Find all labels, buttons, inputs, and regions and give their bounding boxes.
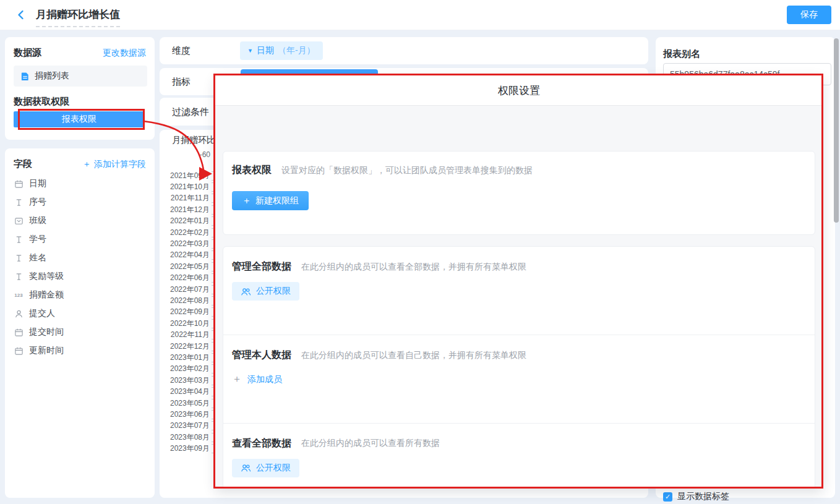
dimension-tag[interactable]: ▼ 日期 （年-月） xyxy=(240,41,323,60)
datasource-title: 数据源 xyxy=(14,47,41,59)
people-icon xyxy=(241,463,251,472)
permission-group-section-1: 管理全部数据在此分组内的成员可以查看全部数据，并拥有所有菜单权限公开权限 xyxy=(223,247,815,335)
field-item-8[interactable]: 提交人 xyxy=(14,304,150,323)
add-calc-field-link[interactable]: ＋ 添加计算字段 xyxy=(82,159,146,170)
back-icon[interactable] xyxy=(15,9,27,21)
field-item-5[interactable]: 姓名 xyxy=(14,249,150,267)
dimension-field: 日期 xyxy=(257,45,274,56)
public-permission-label: 公开权限 xyxy=(256,286,291,297)
group-title: 管理全部数据 xyxy=(232,260,291,273)
field-item-1[interactable]: 日期 xyxy=(14,174,150,193)
text-icon xyxy=(14,197,24,207)
calendar-icon xyxy=(14,179,24,189)
show-data-label-row: ✓ 显示数据标签 xyxy=(663,491,729,502)
datasource-item[interactable]: 捐赠列表 xyxy=(14,66,147,87)
group-desc: 在此分组内的成员可以查看所有数据 xyxy=(301,438,440,449)
axis-date-label: 2023年09月 xyxy=(161,443,215,454)
checkbox-checked-icon[interactable]: ✓ xyxy=(663,492,672,502)
field-item-2[interactable]: 序号 xyxy=(14,193,150,211)
axis-date-label: 2023年04月 xyxy=(161,386,215,397)
plus-icon: ＋ xyxy=(82,159,91,170)
text-icon xyxy=(14,253,24,263)
field-list: 日期序号班级学号姓名奖励等级123捐赠金额提交人提交时间更新时间 xyxy=(14,174,150,360)
public-permission-pill[interactable]: 公开权限 xyxy=(232,459,299,477)
dimension-row: 维度 ▼ 日期 （年-月） xyxy=(160,37,648,64)
axis-date-label: 2023年06月 xyxy=(161,409,215,420)
axis-tick-label: -60 xyxy=(193,150,210,159)
field-item-4[interactable]: 学号 xyxy=(14,230,150,249)
filter-label: 过滤条件 xyxy=(172,106,209,117)
report-permission-card: 报表权限 设置对应的「数据权限」，可以让团队成员管理表单搜集到的数据 ＋ 新建权… xyxy=(223,151,815,235)
field-label: 班级 xyxy=(29,215,46,226)
text-icon xyxy=(14,234,24,244)
report-permission-desc: 设置对应的「数据权限」，可以让团队成员管理表单搜集到的数据 xyxy=(281,165,533,176)
axis-date-label: 2021年09月 xyxy=(161,170,215,181)
field-label: 日期 xyxy=(29,178,46,189)
field-label: 捐赠金额 xyxy=(29,289,64,301)
calendar-icon xyxy=(14,346,24,356)
people-icon xyxy=(241,287,251,296)
axis-date-label: 2022年08月 xyxy=(161,295,215,306)
alias-title: 报表别名 xyxy=(663,48,700,60)
save-button[interactable]: 保存 xyxy=(787,6,831,24)
topbar: 月捐赠环比增长值 保存 xyxy=(0,0,840,30)
group-desc: 在此分组内的成员可以查看全部数据，并拥有所有菜单权限 xyxy=(301,262,526,273)
new-permission-group-button[interactable]: ＋ 新建权限组 xyxy=(232,191,309,210)
permission-group-section-3: 查看全部数据在此分组内的成员可以查看所有数据公开权限 xyxy=(223,423,815,489)
dimension-granularity: （年-月） xyxy=(278,45,315,56)
field-item-6[interactable]: 奖励等级 xyxy=(14,267,150,286)
text-icon xyxy=(14,271,24,281)
permission-groups-card: 管理全部数据在此分组内的成员可以查看全部数据，并拥有所有菜单权限公开权限管理本人… xyxy=(223,246,815,489)
field-label: 学号 xyxy=(29,234,46,245)
field-item-9[interactable]: 提交时间 xyxy=(14,323,150,341)
axis-date-label: 2022年06月 xyxy=(161,273,215,284)
axis-date-label: 2023年05月 xyxy=(161,398,215,409)
field-label: 序号 xyxy=(29,197,46,208)
datasource-name: 捐赠列表 xyxy=(35,70,69,82)
field-item-7[interactable]: 123捐赠金额 xyxy=(14,286,150,304)
modal-body: 报表权限 设置对应的「数据权限」，可以让团队成员管理表单搜集到的数据 ＋ 新建权… xyxy=(215,106,823,489)
field-item-3[interactable]: 班级 xyxy=(14,211,150,230)
datasource-panel: 数据源 更改数据源 捐赠列表 数据获取权限 报表权限 xyxy=(5,37,155,140)
add-member-link[interactable]: ＋添加成员 xyxy=(232,373,282,386)
field-label: 更新时间 xyxy=(29,345,64,356)
page-title[interactable]: 月捐赠环比增长值 xyxy=(36,7,120,27)
scrollbar-thumb[interactable] xyxy=(834,38,839,223)
field-label: 奖励等级 xyxy=(29,271,64,282)
add-member-label: 添加成员 xyxy=(247,374,282,385)
axis-date-label: 2022年02月 xyxy=(161,227,215,238)
caret-down-icon: ▼ xyxy=(247,48,253,54)
report-builder-page: 月捐赠环比增长值 保存 数据源 更改数据源 捐赠列表 数据获取权限 报表权限 字… xyxy=(0,0,840,504)
axis-date-label: 2022年11月 xyxy=(161,329,215,340)
axis-date-label: 2022年03月 xyxy=(161,238,215,249)
axis-date-label: 2022年07月 xyxy=(161,284,215,295)
axis-date-label: 2023年07月 xyxy=(161,421,215,432)
plus-icon: ＋ xyxy=(232,373,242,386)
document-icon xyxy=(20,71,30,81)
public-permission-label: 公开权限 xyxy=(256,463,291,474)
dimension-label: 维度 xyxy=(172,45,191,57)
axis-date-label: 2022年05月 xyxy=(161,261,215,272)
modal-title: 权限设置 xyxy=(215,75,823,106)
plus-icon: ＋ xyxy=(242,195,251,207)
field-label: 姓名 xyxy=(29,252,46,263)
person-icon xyxy=(14,309,24,318)
group-title: 管理本人数据 xyxy=(232,349,291,362)
axis-date-label: 2023年03月 xyxy=(161,375,215,386)
field-label: 提交时间 xyxy=(29,327,64,338)
field-label: 提交人 xyxy=(29,308,55,319)
select-icon xyxy=(14,216,24,226)
change-datasource-link[interactable]: 更改数据源 xyxy=(103,48,146,59)
chart-date-axis: 2021年09月2021年10月2021年11月2021年12月2022年01月… xyxy=(161,170,215,455)
report-permission-button[interactable]: 报表权限 xyxy=(14,111,145,127)
permission-group-section-2: 管理本人数据在此分组内的成员可以查看自己数据，并拥有所有菜单权限＋添加成员 xyxy=(223,335,815,422)
calendar-icon xyxy=(14,327,24,337)
field-item-10[interactable]: 更新时间 xyxy=(14,341,150,360)
show-data-label-text: 显示数据标签 xyxy=(677,491,729,502)
data-permission-title: 数据获取权限 xyxy=(14,96,69,108)
fields-panel: 字段 ＋ 添加计算字段 日期序号班级学号姓名奖励等级123捐赠金额提交人提交时间… xyxy=(5,148,155,498)
axis-date-label: 2022年12月 xyxy=(161,341,215,352)
add-calc-field-label: 添加计算字段 xyxy=(94,159,146,170)
axis-date-label: 2023年08月 xyxy=(161,432,215,443)
public-permission-pill[interactable]: 公开权限 xyxy=(232,282,299,301)
